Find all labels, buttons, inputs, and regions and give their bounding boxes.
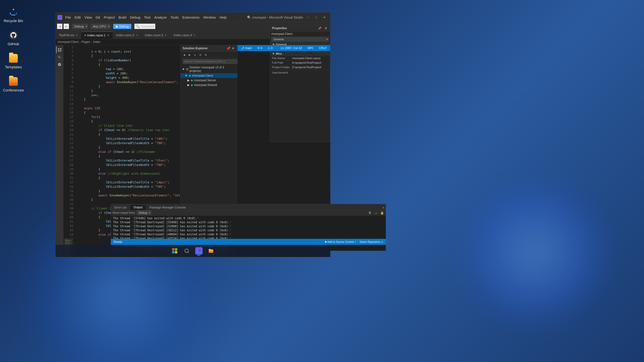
menu-project[interactable]: Project: [102, 15, 116, 20]
maximize-button[interactable]: □: [312, 15, 320, 20]
status-errors[interactable]: ✕ 0: [256, 46, 264, 50]
taskbar-search[interactable]: [182, 246, 192, 256]
activity-search[interactable]: [56, 54, 63, 60]
debug-icon: ▶: [116, 25, 118, 28]
status-branch[interactable]: ⎇ main: [240, 46, 253, 50]
toolbar-back-btn[interactable]: ◀: [57, 23, 63, 29]
solution-explorer-close[interactable]: ✕: [231, 46, 236, 51]
output-lock-btn[interactable]: 🔒: [380, 211, 384, 215]
menu-analyze[interactable]: Analyze: [152, 15, 168, 20]
menu-test[interactable]: Test: [142, 15, 152, 20]
properties-pin[interactable]: 📌: [317, 26, 322, 31]
solution-icon: ⊡: [186, 67, 188, 71]
status-warnings[interactable]: ⚠ 0: [266, 46, 274, 50]
menu-file[interactable]: File: [64, 15, 72, 20]
output-panel-tabs: Error List Output Package Manager Consol…: [111, 204, 386, 210]
tab-index-razor-3-label: Index.razor.3: [145, 33, 163, 37]
minimize-button[interactable]: ─: [304, 15, 312, 20]
output-tab-output[interactable]: Output: [130, 205, 146, 210]
output-wrap-btn[interactable]: ↵: [374, 211, 378, 215]
breadcrumb-item-1[interactable]: msonpad.Client: [58, 40, 78, 44]
menu-git[interactable]: Git: [94, 15, 102, 20]
desktop-icon-conferences[interactable]: Conferences: [3, 76, 24, 92]
solution-search-input[interactable]: [183, 59, 238, 64]
tab-index-razor-2-close[interactable]: ✕: [136, 34, 138, 37]
bottom-status-select-repo[interactable]: Select Repository ∨: [358, 240, 384, 244]
shared-expand-icon: ▶: [187, 83, 190, 87]
tab-index-razor-4[interactable]: Index.razor.4 ✕: [170, 31, 199, 39]
menu-edit[interactable]: Edit: [73, 15, 82, 20]
bottom-status-bar: Ready ✚ Add to Source Control ✓ Select R…: [111, 239, 386, 245]
project-shared[interactable]: ▶ ◈ msonpad.Shared: [180, 83, 238, 87]
tab-index-razor-3[interactable]: Index.razor.3 ✕: [142, 31, 170, 39]
output-tab-pkgmanager[interactable]: Package Manager Console: [146, 205, 189, 210]
taskbar-explorer[interactable]: [206, 246, 216, 256]
desktop-icon-github[interactable]: GitHub: [3, 30, 24, 46]
tab-index-razor-4-close[interactable]: ✕: [193, 34, 196, 37]
output-source-dropdown[interactable]: Debug: [137, 211, 151, 215]
menu-help[interactable]: Help: [218, 15, 228, 20]
solution-root[interactable]: ▼ ⊡ Solution 'msonpad' (3 of 3 projects): [180, 65, 238, 73]
tab-index-razor-2[interactable]: Index.razor.2 ✕: [113, 31, 142, 39]
menu-tools[interactable]: Tools: [169, 15, 180, 20]
taskbar: [56, 245, 330, 257]
solution-name: Solution 'msonpad' (3 of 3 projects): [190, 66, 236, 73]
solution-explorer-pin[interactable]: 📌: [226, 46, 231, 51]
menu-window[interactable]: Window: [202, 15, 218, 20]
output-clear-btn[interactable]: 🗑: [368, 211, 372, 215]
sol-back-btn[interactable]: ◀: [182, 52, 187, 57]
breadcrumb-item-2[interactable]: Pages: [82, 40, 90, 44]
client-expand-icon: ▼: [185, 74, 188, 77]
title-search[interactable]: 🔍 msonpad - Microsoft Visual Studio: [247, 15, 303, 19]
close-button[interactable]: ✕: [320, 15, 328, 20]
taskbar-start[interactable]: [170, 246, 180, 256]
desktop-icon-recycle-bin[interactable]: Recycle Bin: [3, 7, 24, 23]
menu-view[interactable]: View: [83, 15, 94, 20]
taskbar-vs[interactable]: [194, 246, 204, 256]
output-line-0: The thread '[57446] has exited with code…: [113, 216, 384, 220]
project-server[interactable]: ▶ ◈ msonpad.Server: [180, 78, 238, 83]
start-debug-button[interactable]: ▶ Debug: [113, 24, 131, 29]
status-encoding[interactable]: SPC: [306, 46, 315, 50]
tab-testfile-close[interactable]: ✕: [76, 34, 78, 37]
sol-forward-btn[interactable]: ▶: [187, 52, 192, 57]
sol-refresh-btn[interactable]: ↻: [193, 52, 198, 57]
status-cursor[interactable]: Ln 2097, Col 32: [280, 46, 304, 50]
bottom-status-source-control[interactable]: ✚ Add to Source Control ✓: [323, 240, 358, 244]
menu-build[interactable]: Build: [117, 15, 128, 20]
desktop-icon-templates[interactable]: Templates: [3, 53, 24, 69]
client-project-name: msonpad.Client: [192, 74, 213, 77]
prop-row-filename: File Name msonpad.Client.csproj: [270, 56, 330, 61]
tab-index-razor-1-close[interactable]: ✕: [107, 34, 109, 37]
properties-close[interactable]: ✕: [323, 26, 328, 31]
tab-dot-1: [84, 35, 86, 36]
properties-toolbar: General: [270, 36, 330, 42]
config-dropdown[interactable]: Debug: [72, 24, 88, 29]
toolbar-separator-2: [89, 24, 90, 28]
output-close-btn[interactable]: ✕: [381, 205, 386, 210]
svg-point-4: [185, 249, 188, 252]
tab-index-razor-1[interactable]: Index.razor.1 ✕: [81, 31, 113, 39]
platform-dropdown[interactable]: Any CPU: [91, 24, 110, 29]
tab-index-razor-3-close[interactable]: ✕: [164, 34, 167, 37]
project-client[interactable]: ▼ ◈ msonpad.Client: [180, 73, 238, 78]
properties-footer-label: UserServerId: [272, 71, 328, 74]
sol-settings-btn[interactable]: ⚙: [204, 52, 208, 57]
menu-extensions[interactable]: Extensions: [180, 15, 201, 20]
status-line-ending[interactable]: CRLF: [318, 46, 328, 50]
activity-git[interactable]: [56, 61, 63, 68]
toolbar-separator-1: [70, 24, 71, 28]
svg-line-5: [188, 252, 189, 253]
toolbar-forward-btn[interactable]: ▶: [64, 23, 69, 29]
menu-debug[interactable]: Debug: [128, 15, 142, 20]
activity-explorer[interactable]: [56, 46, 63, 53]
search-icon: 🔍: [247, 15, 251, 19]
sol-collapse-btn[interactable]: ⊟: [198, 52, 203, 57]
properties-dropdown[interactable]: General: [271, 37, 329, 41]
activity-bar: [56, 45, 64, 257]
breadcrumb-item-3[interactable]: Index: [93, 40, 100, 44]
tab-testfile[interactable]: TestFile.txt ✕: [56, 31, 81, 39]
window-controls: ─ □ ✕: [304, 15, 328, 20]
toolbar-search-btn[interactable]: 🔍 msonpad: [134, 23, 156, 29]
output-tab-errorlist[interactable]: Error List: [111, 205, 130, 210]
